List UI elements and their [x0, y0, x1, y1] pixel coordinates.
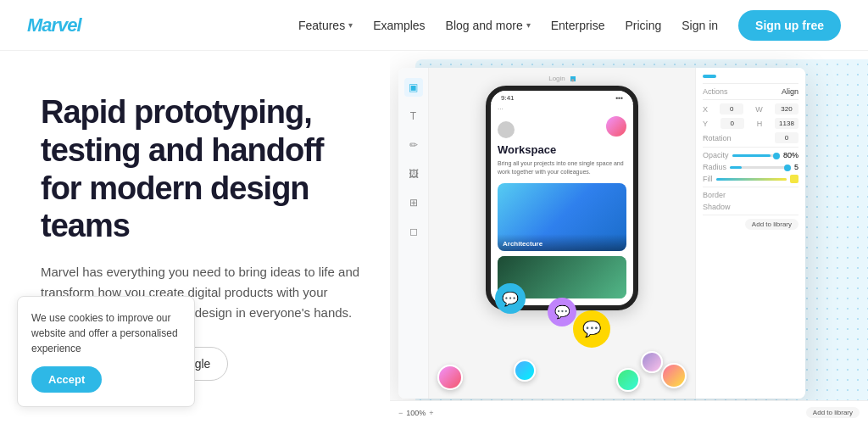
shadow-row: Shadow [703, 203, 798, 211]
float-avatar-3 [616, 368, 640, 392]
h-label: H [757, 120, 763, 128]
tool-image[interactable]: 🖼 [404, 165, 423, 183]
w-label: W [755, 105, 763, 114]
rotation-row: Rotation 0 [703, 132, 798, 143]
rotation-value[interactable]: 0 [775, 132, 798, 143]
workspace-desc: Bring all your projects into one single … [498, 159, 626, 176]
logo[interactable]: Marvel [27, 14, 81, 36]
fill-slider[interactable] [716, 178, 787, 181]
nav-features[interactable]: Features ▾ [298, 19, 353, 32]
float-avatar-4 [661, 363, 687, 388]
hero-illustration: ▣ T ✏ 🖼 ⊞ ◻ Login ● 9:41 ▪▪▪ [390, 51, 868, 424]
signup-cta-button[interactable]: Sign up free [738, 10, 841, 41]
radius-slider[interactable] [730, 166, 791, 169]
signin-link[interactable]: Sign in [682, 19, 718, 32]
opacity-slider[interactable] [732, 154, 780, 157]
phone-signal: ▪▪▪ [615, 94, 623, 102]
y-label: Y [703, 120, 708, 128]
bubble-yellow: 💬 [573, 310, 610, 348]
nav-blog[interactable]: Blog and more ▾ [446, 19, 531, 32]
cookie-accept-button[interactable]: Accept [31, 366, 102, 393]
divider [703, 147, 798, 148]
divider [703, 99, 798, 100]
canvas-bottom-bar: − 100% + Add to library [390, 400, 868, 424]
zoom-controls: − 100% + [398, 409, 434, 417]
tool-photo[interactable]: ◻ [404, 222, 423, 241]
opacity-thumb [773, 153, 780, 159]
props-actions-align: Actions Align [703, 87, 798, 96]
fill-label: Fill [703, 175, 713, 183]
tool-panel: ▣ T ✏ 🖼 ⊞ ◻ [398, 68, 429, 399]
hero-section: Rapid prototyping, testing and handoff f… [0, 51, 390, 424]
radius-thumb [784, 165, 791, 171]
nav-enterprise[interactable]: Enterprise [551, 19, 605, 32]
add-library-button[interactable]: Add to library [806, 407, 860, 418]
app-window: ▣ T ✏ 🖼 ⊞ ◻ Login ● 9:41 ▪▪▪ [398, 68, 805, 399]
divider [703, 187, 798, 187]
chevron-down-icon: ▾ [348, 20, 353, 30]
fill-row: Fill [703, 175, 798, 183]
tool-text[interactable]: T [404, 107, 423, 126]
workspace-avatar [606, 116, 626, 137]
zoom-out-button[interactable]: − [398, 409, 403, 417]
fill-fill [716, 178, 787, 181]
phone-preview-area: Login ● 9:41 ▪▪▪ ··· [429, 68, 695, 399]
h-value[interactable]: 1138 [775, 118, 798, 129]
shadow-label: Shadow [703, 203, 731, 211]
navbar: Marvel Features ▾ Examples Blog and more… [0, 0, 868, 51]
login-label: Login [548, 75, 565, 82]
add-to-library-button[interactable]: Add to library [745, 219, 798, 230]
zoom-in-button[interactable]: + [429, 409, 433, 417]
x-value[interactable]: 0 [720, 103, 743, 114]
align-label: Align [782, 87, 798, 96]
tool-rectangle[interactable]: ▣ [404, 78, 423, 97]
radius-fill [730, 166, 742, 169]
properties-panel: Actions Align X 0 W 320 Y 0 H 1138 [695, 68, 805, 399]
hero-title: Rapid prototyping, testing and handoff f… [41, 93, 363, 245]
zoom-level: 100% [406, 409, 426, 417]
y-value[interactable]: 0 [721, 118, 744, 129]
tool-pen[interactable]: ✏ [404, 136, 423, 154]
opacity-fill [732, 154, 771, 157]
workspace-block: Workspace Bring all your projects into o… [498, 143, 626, 176]
phone-toolbar: ··· [491, 103, 633, 114]
opacity-value: 80% [783, 151, 798, 159]
card-label: Architecture [503, 240, 542, 248]
radius-label: Radius [703, 163, 726, 171]
yh-row: Y 0 H 1138 [703, 118, 798, 129]
opacity-row: Opacity 80% [703, 151, 798, 159]
nav-examples[interactable]: Examples [373, 19, 425, 32]
bubble-purple: 💬 [548, 298, 576, 326]
x-label: X [703, 105, 708, 114]
workspace-title: Workspace [498, 143, 626, 156]
radius-value: 5 [794, 163, 798, 171]
phone-avatar-small [498, 121, 515, 138]
cookie-text: We use cookies to improve our website an… [31, 310, 181, 356]
chevron-down-icon: ▾ [526, 20, 531, 30]
border-row: Border [703, 191, 798, 199]
w-value[interactable]: 320 [775, 103, 798, 114]
fill-color-dot [790, 175, 798, 183]
bubble-blue: 💬 [495, 283, 526, 314]
float-avatar-2 [514, 360, 536, 382]
nav-links: Features ▾ Examples Blog and more ▾ Ente… [298, 10, 841, 41]
cookie-banner: We use cookies to improve our website an… [17, 296, 195, 407]
main-content: Rapid prototyping, testing and handoff f… [0, 51, 868, 424]
rotation-label: Rotation [703, 134, 732, 142]
float-avatar-5 [641, 351, 663, 373]
close-button[interactable] [703, 75, 716, 78]
panel-bottom: Add to library [703, 215, 798, 230]
radius-row: Radius 5 [703, 163, 798, 171]
border-label: Border [703, 191, 726, 199]
architecture-card: Architecture [498, 183, 626, 251]
tool-grid[interactable]: ⊞ [404, 193, 423, 212]
phone-time: 9:41 [501, 94, 515, 102]
opacity-label: Opacity [703, 151, 729, 159]
divider [703, 83, 798, 84]
phone-status-bar: 9:41 ▪▪▪ [491, 91, 633, 103]
float-avatar-1 [437, 365, 463, 390]
xw-row: X 0 W 320 [703, 103, 798, 114]
actions-label: Actions [703, 87, 728, 96]
phone-content: Workspace Bring all your projects into o… [491, 114, 633, 305]
nav-pricing[interactable]: Pricing [625, 19, 661, 32]
